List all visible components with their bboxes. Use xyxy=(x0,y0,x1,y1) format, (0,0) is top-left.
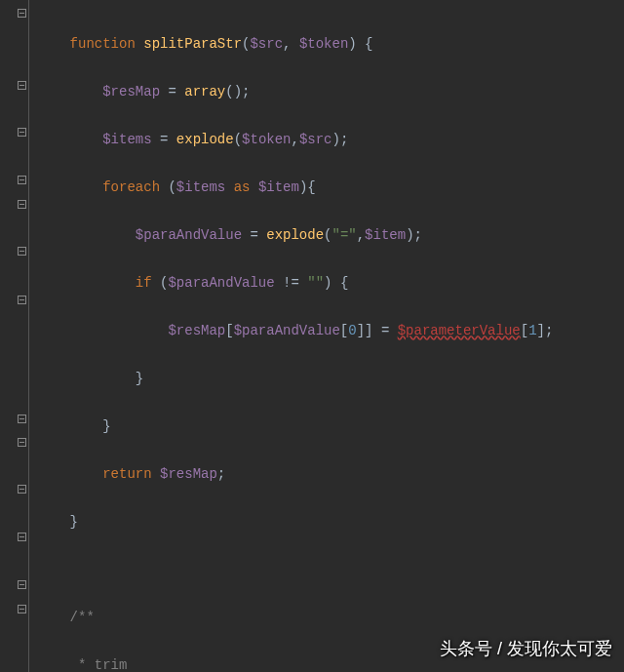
code-line: } xyxy=(37,415,624,439)
fold-icon[interactable] xyxy=(18,533,26,541)
fold-icon[interactable] xyxy=(18,580,26,589)
gutter xyxy=(0,0,29,672)
code-line: * trim xyxy=(37,653,624,673)
code-line: } xyxy=(37,510,624,534)
fold-icon[interactable] xyxy=(18,176,26,184)
fold-icon[interactable] xyxy=(18,485,26,494)
code-line: $resMap = array(); xyxy=(37,80,624,104)
code-area[interactable]: function splitParaStr($src, $token) { $r… xyxy=(29,0,624,672)
code-line: $paraAndValue = explode("=",$item); xyxy=(37,223,624,248)
fold-icon[interactable] xyxy=(18,247,26,256)
code-line: if ($paraAndValue != "") { xyxy=(37,271,624,296)
code-line: function splitParaStr($src, $token) { xyxy=(37,32,624,57)
code-line: $resMap[$paraAndValue[0]] = $parameterVa… xyxy=(37,319,624,343)
code-line: } xyxy=(37,367,624,391)
fold-icon[interactable] xyxy=(18,296,26,304)
fold-icon[interactable] xyxy=(18,9,26,18)
code-line xyxy=(37,558,624,582)
fold-icon[interactable] xyxy=(18,605,26,613)
fold-icon[interactable] xyxy=(18,438,26,447)
fold-icon[interactable] xyxy=(18,128,26,137)
code-line: return $resMap; xyxy=(37,462,624,487)
fold-icon[interactable] xyxy=(18,81,26,90)
fold-icon[interactable] xyxy=(18,200,26,209)
code-editor: function splitParaStr($src, $token) { $r… xyxy=(0,0,624,672)
code-line: /** xyxy=(37,606,624,630)
fold-icon[interactable] xyxy=(18,415,26,423)
code-line: $items = explode($token,$src); xyxy=(37,128,624,152)
code-line: foreach ($items as $item){ xyxy=(37,176,624,200)
